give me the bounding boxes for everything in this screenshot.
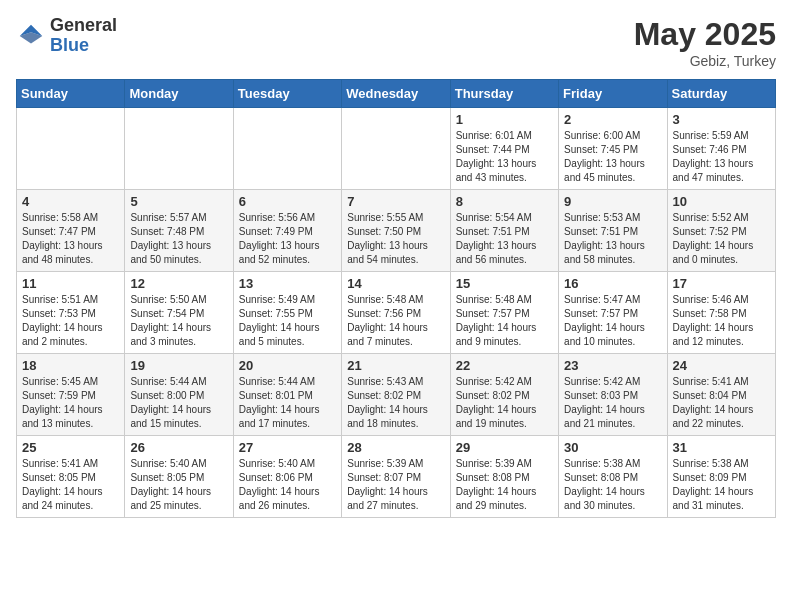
day-number: 20 <box>239 358 336 373</box>
calendar-cell: 1Sunrise: 6:01 AM Sunset: 7:44 PM Daylig… <box>450 108 558 190</box>
day-info: Sunrise: 5:57 AM Sunset: 7:48 PM Dayligh… <box>130 211 227 267</box>
day-number: 2 <box>564 112 661 127</box>
day-number: 26 <box>130 440 227 455</box>
logo-general-text: General <box>50 16 117 36</box>
day-number: 12 <box>130 276 227 291</box>
day-number: 23 <box>564 358 661 373</box>
calendar-cell: 3Sunrise: 5:59 AM Sunset: 7:46 PM Daylig… <box>667 108 775 190</box>
weekday-header-wednesday: Wednesday <box>342 80 450 108</box>
calendar-cell: 17Sunrise: 5:46 AM Sunset: 7:58 PM Dayli… <box>667 272 775 354</box>
calendar-week-row: 4Sunrise: 5:58 AM Sunset: 7:47 PM Daylig… <box>17 190 776 272</box>
logo-blue-text: Blue <box>50 36 117 56</box>
day-info: Sunrise: 5:58 AM Sunset: 7:47 PM Dayligh… <box>22 211 119 267</box>
calendar-cell: 9Sunrise: 5:53 AM Sunset: 7:51 PM Daylig… <box>559 190 667 272</box>
weekday-header-saturday: Saturday <box>667 80 775 108</box>
calendar-cell: 7Sunrise: 5:55 AM Sunset: 7:50 PM Daylig… <box>342 190 450 272</box>
calendar-cell: 15Sunrise: 5:48 AM Sunset: 7:57 PM Dayli… <box>450 272 558 354</box>
day-info: Sunrise: 5:54 AM Sunset: 7:51 PM Dayligh… <box>456 211 553 267</box>
day-info: Sunrise: 5:56 AM Sunset: 7:49 PM Dayligh… <box>239 211 336 267</box>
day-info: Sunrise: 5:49 AM Sunset: 7:55 PM Dayligh… <box>239 293 336 349</box>
calendar-cell: 21Sunrise: 5:43 AM Sunset: 8:02 PM Dayli… <box>342 354 450 436</box>
calendar-week-row: 18Sunrise: 5:45 AM Sunset: 7:59 PM Dayli… <box>17 354 776 436</box>
day-number: 3 <box>673 112 770 127</box>
logo-icon <box>16 21 46 51</box>
day-info: Sunrise: 5:52 AM Sunset: 7:52 PM Dayligh… <box>673 211 770 267</box>
calendar-cell: 27Sunrise: 5:40 AM Sunset: 8:06 PM Dayli… <box>233 436 341 518</box>
day-info: Sunrise: 5:39 AM Sunset: 8:08 PM Dayligh… <box>456 457 553 513</box>
calendar-cell: 13Sunrise: 5:49 AM Sunset: 7:55 PM Dayli… <box>233 272 341 354</box>
weekday-header-monday: Monday <box>125 80 233 108</box>
logo: General Blue <box>16 16 117 56</box>
day-info: Sunrise: 5:47 AM Sunset: 7:57 PM Dayligh… <box>564 293 661 349</box>
calendar-cell <box>342 108 450 190</box>
calendar-cell: 2Sunrise: 6:00 AM Sunset: 7:45 PM Daylig… <box>559 108 667 190</box>
calendar-cell: 16Sunrise: 5:47 AM Sunset: 7:57 PM Dayli… <box>559 272 667 354</box>
day-number: 4 <box>22 194 119 209</box>
day-info: Sunrise: 5:42 AM Sunset: 8:02 PM Dayligh… <box>456 375 553 431</box>
calendar-week-row: 1Sunrise: 6:01 AM Sunset: 7:44 PM Daylig… <box>17 108 776 190</box>
day-number: 5 <box>130 194 227 209</box>
day-info: Sunrise: 5:38 AM Sunset: 8:08 PM Dayligh… <box>564 457 661 513</box>
location-text: Gebiz, Turkey <box>634 53 776 69</box>
page-header: General Blue May 2025 Gebiz, Turkey <box>16 16 776 69</box>
day-number: 14 <box>347 276 444 291</box>
calendar-cell: 26Sunrise: 5:40 AM Sunset: 8:05 PM Dayli… <box>125 436 233 518</box>
day-info: Sunrise: 5:55 AM Sunset: 7:50 PM Dayligh… <box>347 211 444 267</box>
day-info: Sunrise: 5:46 AM Sunset: 7:58 PM Dayligh… <box>673 293 770 349</box>
day-info: Sunrise: 5:42 AM Sunset: 8:03 PM Dayligh… <box>564 375 661 431</box>
day-info: Sunrise: 5:41 AM Sunset: 8:05 PM Dayligh… <box>22 457 119 513</box>
day-number: 27 <box>239 440 336 455</box>
day-number: 13 <box>239 276 336 291</box>
day-number: 6 <box>239 194 336 209</box>
day-number: 11 <box>22 276 119 291</box>
day-info: Sunrise: 5:48 AM Sunset: 7:56 PM Dayligh… <box>347 293 444 349</box>
day-number: 24 <box>673 358 770 373</box>
calendar-table: SundayMondayTuesdayWednesdayThursdayFrid… <box>16 79 776 518</box>
month-title: May 2025 <box>634 16 776 53</box>
day-number: 22 <box>456 358 553 373</box>
weekday-header-thursday: Thursday <box>450 80 558 108</box>
day-number: 18 <box>22 358 119 373</box>
calendar-week-row: 11Sunrise: 5:51 AM Sunset: 7:53 PM Dayli… <box>17 272 776 354</box>
weekday-header-row: SundayMondayTuesdayWednesdayThursdayFrid… <box>17 80 776 108</box>
day-info: Sunrise: 5:43 AM Sunset: 8:02 PM Dayligh… <box>347 375 444 431</box>
day-number: 8 <box>456 194 553 209</box>
calendar-cell: 25Sunrise: 5:41 AM Sunset: 8:05 PM Dayli… <box>17 436 125 518</box>
calendar-cell: 14Sunrise: 5:48 AM Sunset: 7:56 PM Dayli… <box>342 272 450 354</box>
calendar-cell: 20Sunrise: 5:44 AM Sunset: 8:01 PM Dayli… <box>233 354 341 436</box>
calendar-cell: 19Sunrise: 5:44 AM Sunset: 8:00 PM Dayli… <box>125 354 233 436</box>
calendar-cell: 31Sunrise: 5:38 AM Sunset: 8:09 PM Dayli… <box>667 436 775 518</box>
day-info: Sunrise: 6:00 AM Sunset: 7:45 PM Dayligh… <box>564 129 661 185</box>
calendar-week-row: 25Sunrise: 5:41 AM Sunset: 8:05 PM Dayli… <box>17 436 776 518</box>
day-number: 29 <box>456 440 553 455</box>
day-number: 21 <box>347 358 444 373</box>
day-number: 25 <box>22 440 119 455</box>
day-info: Sunrise: 6:01 AM Sunset: 7:44 PM Dayligh… <box>456 129 553 185</box>
day-info: Sunrise: 5:41 AM Sunset: 8:04 PM Dayligh… <box>673 375 770 431</box>
day-number: 15 <box>456 276 553 291</box>
day-info: Sunrise: 5:48 AM Sunset: 7:57 PM Dayligh… <box>456 293 553 349</box>
day-info: Sunrise: 5:51 AM Sunset: 7:53 PM Dayligh… <box>22 293 119 349</box>
calendar-cell: 10Sunrise: 5:52 AM Sunset: 7:52 PM Dayli… <box>667 190 775 272</box>
day-number: 31 <box>673 440 770 455</box>
calendar-cell: 18Sunrise: 5:45 AM Sunset: 7:59 PM Dayli… <box>17 354 125 436</box>
day-info: Sunrise: 5:39 AM Sunset: 8:07 PM Dayligh… <box>347 457 444 513</box>
day-number: 1 <box>456 112 553 127</box>
day-number: 16 <box>564 276 661 291</box>
calendar-cell: 30Sunrise: 5:38 AM Sunset: 8:08 PM Dayli… <box>559 436 667 518</box>
day-number: 10 <box>673 194 770 209</box>
day-info: Sunrise: 5:44 AM Sunset: 8:01 PM Dayligh… <box>239 375 336 431</box>
day-number: 17 <box>673 276 770 291</box>
weekday-header-friday: Friday <box>559 80 667 108</box>
day-info: Sunrise: 5:38 AM Sunset: 8:09 PM Dayligh… <box>673 457 770 513</box>
calendar-cell: 28Sunrise: 5:39 AM Sunset: 8:07 PM Dayli… <box>342 436 450 518</box>
calendar-cell: 24Sunrise: 5:41 AM Sunset: 8:04 PM Dayli… <box>667 354 775 436</box>
calendar-cell: 12Sunrise: 5:50 AM Sunset: 7:54 PM Dayli… <box>125 272 233 354</box>
day-number: 30 <box>564 440 661 455</box>
calendar-cell: 11Sunrise: 5:51 AM Sunset: 7:53 PM Dayli… <box>17 272 125 354</box>
calendar-cell: 5Sunrise: 5:57 AM Sunset: 7:48 PM Daylig… <box>125 190 233 272</box>
day-number: 28 <box>347 440 444 455</box>
weekday-header-sunday: Sunday <box>17 80 125 108</box>
calendar-cell: 8Sunrise: 5:54 AM Sunset: 7:51 PM Daylig… <box>450 190 558 272</box>
day-info: Sunrise: 5:53 AM Sunset: 7:51 PM Dayligh… <box>564 211 661 267</box>
